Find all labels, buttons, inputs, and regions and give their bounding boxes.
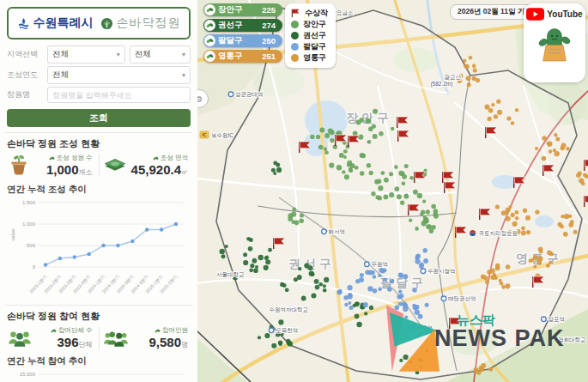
leaf-icon — [204, 35, 215, 46]
region-select-label: 지역선택 — [7, 49, 43, 60]
leaf-icon — [204, 51, 215, 62]
service-name: 손바닥정원 — [117, 15, 181, 31]
city-name: 수원특례시 — [33, 15, 94, 31]
logo-card: 수원특례시 손바닥정원 — [7, 7, 191, 39]
badge-gwonseon[interactable]: 권선구274 — [203, 19, 282, 32]
divider — [99, 327, 100, 349]
svg-text:수원시청역: 수원시청역 — [427, 268, 456, 275]
service-logo: 손바닥정원 — [100, 15, 181, 31]
svg-text:오목천역: 오목천역 — [276, 327, 298, 333]
svg-text:15,000: 15,000 — [20, 372, 36, 377]
creation-chart-title: 연간 누적 조성 추이 — [7, 184, 191, 196]
legend-item-paldal: 팔달구 — [291, 41, 328, 52]
svg-text:1,000: 1,000 — [22, 221, 36, 227]
chevron-down-icon: ▾ — [117, 51, 120, 58]
leaf-icon — [49, 155, 55, 161]
dot-icon — [291, 32, 299, 39]
leaf-icon — [153, 155, 159, 161]
chevron-down-icon: ▾ — [182, 51, 185, 58]
cactus-mascot — [530, 21, 579, 76]
svg-text:매탄권선역: 매탄권선역 — [448, 295, 476, 301]
garden-name-input[interactable] — [47, 87, 191, 103]
svg-text:0: 0 — [33, 264, 36, 270]
svg-text:1,500: 1,500 — [22, 200, 36, 205]
money-icon — [103, 154, 127, 178]
svg-text:망포역: 망포역 — [548, 316, 565, 323]
region-select-1[interactable]: 전체▾ — [47, 45, 125, 64]
legend-item-jangan: 장안구 — [291, 19, 328, 30]
leaf-icon — [204, 4, 215, 15]
svg-text:성균관대역: 성균관대역 — [235, 91, 264, 98]
divider — [5, 305, 192, 306]
svg-text:국토지리정보원: 국토지리정보원 — [479, 230, 518, 237]
svg-text:수원여자대학교: 수원여자대학교 — [270, 306, 309, 312]
garden-count-label: 조성 정원 수 — [33, 154, 93, 162]
creation-section-title: 손바닥 정원 조성 현황 — [7, 137, 191, 150]
map-panel[interactable]: 장안구권선구팔달구영통구 의왕요금소광교산(582.2m)IC북수원IC성균관대… — [197, 0, 588, 382]
svg-text:value: value — [10, 228, 15, 241]
participation-stats: 참여단체 수 396단체 참여인원 9,5 — [7, 326, 191, 349]
people-count-stat: 참여인원 9,580명 — [103, 326, 191, 349]
svg-text:경희대학교: 경희대학교 — [558, 337, 586, 343]
people-count-label: 참여인원 — [131, 326, 189, 335]
creation-stats: 조성 정원 수 1,000개소 조성 면적 45,920.4㎡ — [7, 154, 191, 178]
youtube-link[interactable]: YouTube — [526, 8, 582, 21]
svg-text:세류역: 세류역 — [415, 324, 433, 330]
participation-chart: 5,00010,00015,000value2023-1분기2023-2분기20… — [7, 368, 191, 382]
map-legend: 수상작 장안구 권선구 팔달구 영통구 — [285, 3, 336, 68]
svg-text:(582.2m): (582.2m) — [430, 81, 452, 88]
svg-text:광교산: 광교산 — [444, 74, 461, 80]
badge-yeongtong[interactable]: 영통구251 — [203, 50, 282, 63]
svg-text:500: 500 — [27, 243, 36, 248]
legend-item-award: 수상작 — [291, 8, 328, 19]
svg-text:IC: IC — [203, 132, 207, 137]
sidebar: 수원특례시 손바닥정원 지역선택 전체▾ 전체▾ — [0, 0, 197, 382]
search-button[interactable]: 조회 — [7, 109, 191, 127]
participation-section-title: 손바닥 정원 참여 현황 — [7, 310, 191, 323]
svg-text:화서역: 화서역 — [328, 228, 345, 234]
garden-name-label: 정원명 — [7, 89, 43, 100]
youtube-icon — [526, 8, 544, 21]
svg-text:서울대학교: 서울대학교 — [216, 271, 245, 277]
suwon-city-logo: 수원특례시 — [17, 15, 94, 31]
svg-text:북수원IC: 북수원IC — [211, 132, 233, 138]
group-count-stat: 참여단체 수 396단체 — [7, 326, 95, 349]
divider — [5, 132, 192, 133]
chevron-down-icon: ▾ — [182, 71, 185, 79]
gear-icon: ⚙ — [197, 94, 203, 104]
garden-logo-icon — [100, 17, 113, 30]
group-count-label: 참여단체 수 — [35, 326, 93, 335]
leaf-icon — [51, 328, 57, 334]
svg-text:수원역: 수원역 — [371, 261, 388, 267]
legend-item-yeongtong: 영통구 — [291, 52, 328, 64]
creation-trend-chart: 05001,0001,500value2023-1분기2023-2분기2023-… — [7, 197, 191, 296]
garden-count-stat: 조성 정원 수 1,000개소 — [7, 154, 95, 178]
participation-chart-title: 연간 누적 참여 추이 — [7, 355, 191, 367]
pot-icon — [7, 154, 31, 178]
dot-icon — [291, 43, 299, 51]
leaf-icon — [204, 20, 215, 31]
district-badge-column: 장안구225 권선구274 팔달구250 영통구251 — [203, 3, 282, 63]
badge-jangan[interactable]: 장안구225 — [203, 3, 282, 16]
year-select-label: 조성연도 — [7, 70, 43, 81]
participation-trend-chart: 5,00010,00015,000value2023-1분기2023-2분기20… — [7, 368, 191, 382]
app-window: 수원특례시 손바닥정원 지역선택 전체▾ 전체▾ — [0, 0, 588, 382]
flag-icon — [291, 9, 300, 18]
legend-item-gwonseon: 권선구 — [291, 30, 328, 41]
dot-icon — [291, 54, 299, 62]
creation-chart: 05001,0001,500value2023-1분기2023-2분기2023-… — [7, 197, 191, 300]
youtube-card: YouTube — [524, 3, 585, 82]
city-logo-icon — [17, 17, 30, 30]
people-icon — [103, 327, 129, 349]
badge-paldal[interactable]: 팔달구250 — [203, 34, 282, 47]
dot-icon — [291, 21, 299, 28]
garden-area-stat: 조성 면적 45,920.4㎡ — [103, 154, 191, 178]
divider — [99, 155, 100, 177]
garden-area-label: 조성 면적 — [130, 154, 189, 162]
year-select[interactable]: 전체▾ — [47, 66, 191, 84]
region-select-2[interactable]: 전체▾ — [130, 45, 191, 64]
leaf-icon — [155, 328, 161, 334]
group-icon — [7, 327, 33, 349]
filter-form: 지역선택 전체▾ 전체▾ 조성연도 전체▾ 정원명 조회 — [7, 45, 191, 127]
